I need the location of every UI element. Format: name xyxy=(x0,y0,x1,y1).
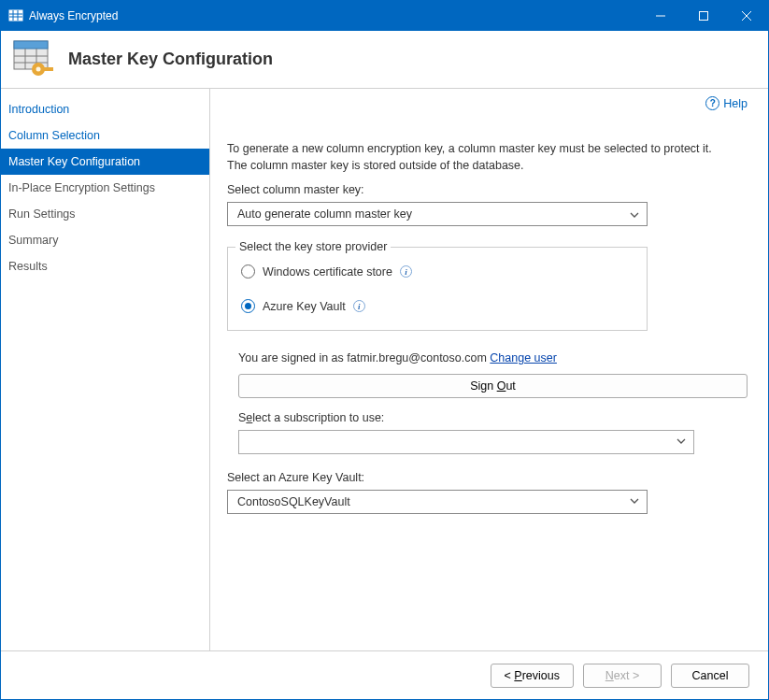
svg-point-17 xyxy=(36,66,41,71)
subscription-dropdown[interactable] xyxy=(238,430,694,454)
keystore-fieldset: Select the key store provider Windows ce… xyxy=(227,247,648,331)
titlebar: Always Encrypted xyxy=(1,1,768,31)
next-button[interactable]: Next > xyxy=(583,664,662,688)
sidebar-item-summary[interactable]: Summary xyxy=(1,227,209,253)
subscription-label: Select a subscription to use: xyxy=(238,411,748,424)
radio-icon xyxy=(241,264,255,279)
svg-rect-6 xyxy=(700,12,708,21)
sidebar-item-results[interactable]: Results xyxy=(1,253,209,279)
wizard-header: Master Key Configuration xyxy=(1,31,768,89)
wizard-footer: < Previous Next > Cancel xyxy=(1,650,768,699)
chevron-down-icon xyxy=(676,436,686,449)
svg-rect-16 xyxy=(44,67,53,71)
radio-icon xyxy=(241,299,255,313)
select-cmk-label: Select column master key: xyxy=(227,183,748,196)
keystore-legend: Select the key store provider xyxy=(235,240,391,253)
radio-windows-cert-store[interactable]: Windows certificate store i xyxy=(241,264,634,279)
help-label: Help xyxy=(723,97,748,110)
sign-out-button[interactable]: Sign Out xyxy=(238,374,748,398)
key-vault-value: ContosoSQLKeyVault xyxy=(237,495,350,508)
signed-in-text: You are signed in as fatmir.bregu@contos… xyxy=(238,351,748,364)
intro-text: To generate a new column encryption key,… xyxy=(227,140,732,174)
info-icon[interactable]: i xyxy=(353,300,365,312)
page-title: Master Key Configuration xyxy=(68,50,273,69)
key-vault-label: Select an Azure Key Vault: xyxy=(227,471,748,484)
signed-in-email: fatmir.bregu@contoso.com xyxy=(347,351,490,364)
svg-rect-0 xyxy=(9,10,22,21)
wizard-body: Introduction Column Selection Master Key… xyxy=(1,89,768,650)
minimize-button[interactable] xyxy=(639,1,682,31)
window-title: Always Encrypted xyxy=(29,9,639,22)
help-link[interactable]: ? Help xyxy=(705,96,748,110)
subscription-section: Select a subscription to use: xyxy=(238,411,748,454)
previous-button[interactable]: < Previous xyxy=(491,664,574,688)
chevron-down-icon xyxy=(630,495,639,508)
help-icon: ? xyxy=(705,96,719,110)
app-icon xyxy=(8,8,23,23)
close-button[interactable] xyxy=(725,1,768,31)
radio-label: Windows certificate store xyxy=(263,265,392,279)
change-user-link[interactable]: Change user xyxy=(490,351,557,364)
key-vault-section: Select an Azure Key Vault: ContosoSQLKey… xyxy=(227,471,748,514)
radio-label: Azure Key Vault xyxy=(263,300,346,313)
maximize-button[interactable] xyxy=(682,1,725,31)
sidebar-item-run-settings[interactable]: Run Settings xyxy=(1,201,209,227)
sidebar-item-introduction[interactable]: Introduction xyxy=(1,96,209,122)
chevron-down-icon xyxy=(630,209,639,219)
cancel-button[interactable]: Cancel xyxy=(671,664,749,688)
sidebar: Introduction Column Selection Master Key… xyxy=(1,89,210,650)
window-controls xyxy=(639,1,768,31)
radio-azure-key-vault[interactable]: Azure Key Vault i xyxy=(241,299,634,313)
svg-rect-10 xyxy=(14,41,48,49)
main-panel: ? Help To generate a new column encrypti… xyxy=(210,89,768,650)
sidebar-item-in-place-encryption-settings[interactable]: In-Place Encryption Settings xyxy=(1,175,209,201)
header-icon xyxy=(10,37,55,82)
key-vault-dropdown[interactable]: ContosoSQLKeyVault xyxy=(227,490,648,514)
sidebar-item-column-selection[interactable]: Column Selection xyxy=(1,122,209,149)
sidebar-item-master-key-configuration[interactable]: Master Key Configuration xyxy=(1,149,209,175)
info-icon[interactable]: i xyxy=(400,265,412,278)
wizard-window: Always Encrypted xyxy=(0,0,769,700)
select-cmk-value: Auto generate column master key xyxy=(237,207,412,221)
select-cmk-dropdown[interactable]: Auto generate column master key xyxy=(227,202,648,226)
